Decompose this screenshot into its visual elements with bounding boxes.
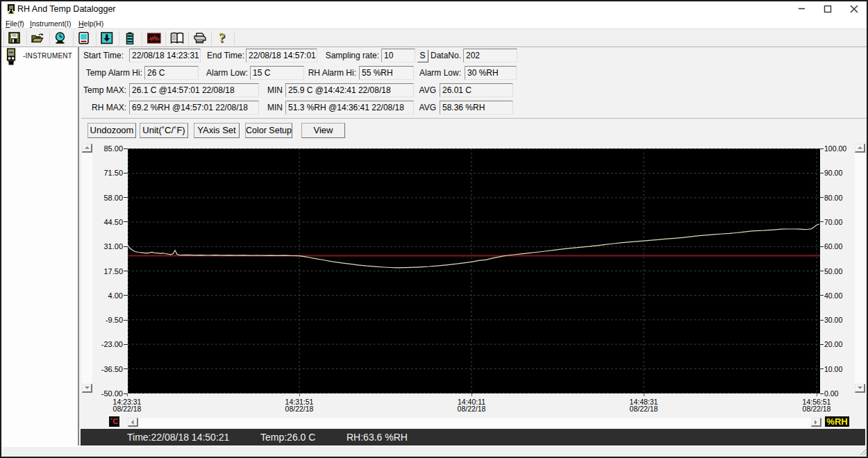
svg-text:?: ? [219, 32, 226, 44]
